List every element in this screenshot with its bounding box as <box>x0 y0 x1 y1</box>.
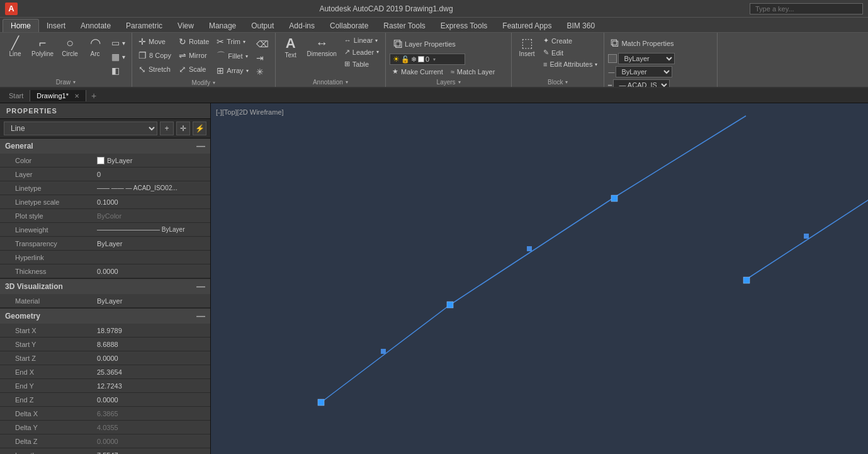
edit-attributes-button[interactable]: ≡ Edit Attributes ▾ <box>541 59 600 69</box>
edit-attributes-icon: ≡ <box>543 60 547 68</box>
lineweight-icon: ━ <box>608 82 612 89</box>
text-button[interactable]: A Text <box>279 35 302 60</box>
color-row: Color ByLayer <box>0 154 210 167</box>
layer-value: 0 <box>426 55 429 63</box>
circle-label: Circle <box>62 50 78 58</box>
dimension-button[interactable]: ↔ Dimension <box>305 35 339 59</box>
mirror-icon: ⇌ <box>179 50 186 60</box>
line-button[interactable]: ╱ Line <box>4 35 26 59</box>
3d-visualization-section-header[interactable]: 3D Visualization — <box>0 279 210 294</box>
color-dropdown[interactable]: ByLayer <box>618 53 675 64</box>
match-layer-button[interactable]: ≈ Match Layer <box>448 66 498 77</box>
properties-panel-header: PROPERTIES <box>0 103 210 119</box>
copy-button[interactable]: ❐ 8 Copy <box>136 49 174 62</box>
linetype-dropdown[interactable]: ByLayer <box>616 66 672 77</box>
doc-tab-drawing1[interactable]: Drawing1* ✕ <box>30 90 86 101</box>
erase-button[interactable]: ⌫ <box>254 38 271 50</box>
move-button[interactable]: ✛ Move <box>136 35 174 48</box>
tab-insert[interactable]: Insert <box>39 20 73 32</box>
toggle-pickadd-button[interactable]: + <box>160 122 174 135</box>
rect-button[interactable]: ▭ ▾ <box>109 37 128 49</box>
geometry-collapse-icon: — <box>196 311 205 321</box>
lineweight-dropdown[interactable]: — ACAD_ISO02W... <box>613 79 670 88</box>
arc-button[interactable]: ◠ Arc <box>84 35 106 59</box>
move-icon: ✛ <box>138 37 146 47</box>
draw-group-label[interactable]: Draw ▾ <box>4 77 128 86</box>
layers-group-label[interactable]: Layers ▾ <box>390 77 507 86</box>
new-tab-button[interactable]: + <box>86 89 101 103</box>
layer-dropdown-arrow[interactable]: ▾ <box>433 57 436 62</box>
dimension-label: Dimension <box>307 50 337 58</box>
block-group-label[interactable]: Block ▾ <box>516 77 600 86</box>
offset-icon: ⇥ <box>256 53 264 63</box>
search-input[interactable] <box>750 3 863 14</box>
edit-icon: ✎ <box>543 48 549 57</box>
length-row: Length 7.5547 <box>0 448 210 454</box>
svg-rect-0 <box>211 103 868 454</box>
svg-rect-9 <box>447 302 453 308</box>
gradient-button[interactable]: ◧ <box>109 64 128 77</box>
tab-manage[interactable]: Manage <box>201 20 244 32</box>
fillet-button[interactable]: ⌒ Fillet ▾ <box>214 49 251 63</box>
titlebar: A Autodesk AutoCAD 2019 Drawing1.dwg <box>0 0 868 18</box>
insert-icon: ⬚ <box>521 37 533 49</box>
drawing-canvas[interactable] <box>211 103 868 454</box>
polyline-label: Polyline <box>31 50 54 58</box>
start-z-row: Start Z 0.0000 <box>0 351 210 365</box>
layer-properties-button[interactable]: ⧉ Layer Properties <box>390 35 459 52</box>
polyline-button[interactable]: ⌐ Polyline <box>29 35 56 59</box>
general-section-header[interactable]: General — <box>0 139 210 154</box>
tab-bim360[interactable]: BIM 360 <box>559 20 602 32</box>
leader-label: Leader <box>352 48 374 56</box>
tab-parametric[interactable]: Parametric <box>118 20 170 32</box>
canvas-area[interactable]: [-][Top][2D Wireframe] <box>211 103 868 454</box>
delta-z-row: Delta Z 0.0000 <box>0 434 210 448</box>
create-button[interactable]: ✦ Create <box>541 35 600 46</box>
color-swatch <box>97 157 104 164</box>
tab-expresstools[interactable]: Express Tools <box>433 20 495 32</box>
linetype-scale-row: Linetype scale 0.1000 <box>0 195 210 209</box>
tab-featuredapps[interactable]: Featured Apps <box>495 20 559 32</box>
tab-addins[interactable]: Add-ins <box>281 20 322 32</box>
tab-view[interactable]: View <box>170 20 201 32</box>
ribbon-tabs: Home Insert Annotate Parametric View Man… <box>0 18 868 33</box>
explode-button[interactable]: ✳ <box>254 65 271 78</box>
copy-label: 8 Copy <box>149 52 171 59</box>
table-button[interactable]: ⊞ Table <box>342 59 381 69</box>
insert-button[interactable]: ⬚ Insert <box>516 35 538 59</box>
erase-icon: ⌫ <box>256 39 269 49</box>
match-properties-button[interactable]: ⧉ Match Properties <box>608 35 676 51</box>
leader-button[interactable]: ↗ Leader ▾ <box>342 47 381 57</box>
tab-output[interactable]: Output <box>244 20 281 32</box>
circle-button[interactable]: ○ Circle <box>59 35 81 59</box>
mirror-button[interactable]: ⇌ Mirror <box>176 49 211 62</box>
geometry-section-header[interactable]: Geometry — <box>0 309 210 324</box>
annotation-group-label[interactable]: Annotation ▾ <box>279 77 382 86</box>
modify-group-label[interactable]: Modify ▾ <box>136 78 271 86</box>
rotate-button[interactable]: ↻ Rotate <box>176 35 211 48</box>
tab-annotate[interactable]: Annotate <box>73 20 118 32</box>
make-current-button[interactable]: ★ Make Current <box>390 66 446 77</box>
tab-home[interactable]: Home <box>3 19 39 32</box>
select-objects-button[interactable]: ✛ <box>176 122 190 135</box>
quick-select-button[interactable]: ⚡ <box>193 122 206 135</box>
edit-button[interactable]: ✎ Edit <box>541 47 600 58</box>
linear-button[interactable]: ↔ Linear ▾ <box>342 35 381 45</box>
tab-collaborate[interactable]: Collaborate <box>322 20 376 32</box>
end-y-row: End Y 12.7243 <box>0 379 210 393</box>
stretch-button[interactable]: ⤡ Stretch <box>136 63 174 76</box>
trim-button[interactable]: ✂ Trim ▾ <box>214 35 251 48</box>
annotation-chevron: ▾ <box>346 79 348 85</box>
array-button[interactable]: ⊞ Array ▾ <box>214 64 251 77</box>
svg-rect-10 <box>611 195 617 201</box>
hatch-button[interactable]: ▦ ▾ <box>109 50 128 63</box>
doc-tab-close[interactable]: ✕ <box>74 93 79 99</box>
text-label: Text <box>285 52 296 59</box>
doc-tab-start[interactable]: Start <box>3 90 30 101</box>
make-current-label: Make Current <box>401 68 443 76</box>
offset-button[interactable]: ⇥ <box>254 52 271 64</box>
scale-button[interactable]: ⤢ Scale <box>176 63 211 76</box>
tab-rastertools[interactable]: Raster Tools <box>376 20 432 32</box>
linetype-line-icon: — <box>608 69 614 76</box>
properties-type-selector[interactable]: Line <box>4 122 157 135</box>
